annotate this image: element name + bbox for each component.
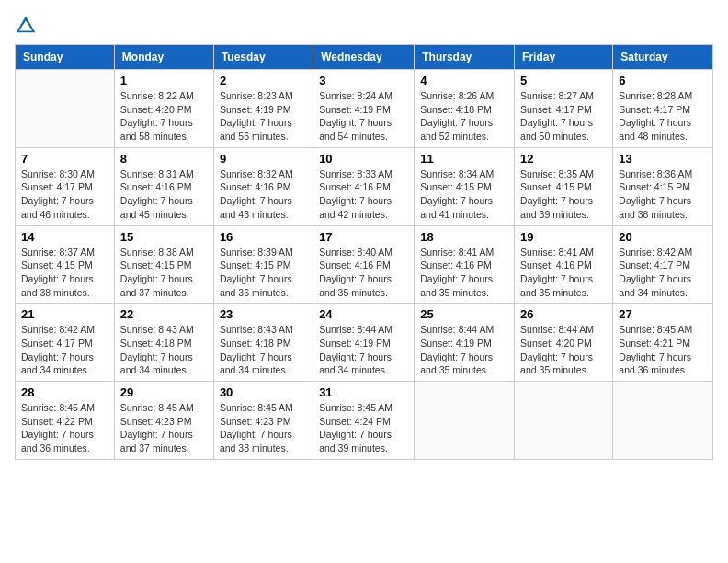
calendar-table: SundayMondayTuesdayWednesdayThursdayFrid… [15,44,713,460]
day-info: Sunrise: 8:45 AM Sunset: 4:21 PM Dayligh… [619,323,707,377]
calendar-cell [415,382,515,460]
calendar-cell: 7Sunrise: 8:30 AM Sunset: 4:17 PM Daylig… [16,147,115,225]
calendar-cell: 29Sunrise: 8:45 AM Sunset: 4:23 PM Dayli… [114,382,213,460]
day-info: Sunrise: 8:35 AM Sunset: 4:15 PM Dayligh… [520,167,607,222]
day-number: 28 [21,385,108,399]
day-number: 16 [220,230,307,244]
day-info: Sunrise: 8:37 AM Sunset: 4:15 PM Dayligh… [21,246,108,300]
day-info: Sunrise: 8:41 AM Sunset: 4:16 PM Dayligh… [520,246,607,300]
calendar-cell: 26Sunrise: 8:44 AM Sunset: 4:20 PM Dayli… [515,304,613,382]
calendar-cell: 27Sunrise: 8:45 AM Sunset: 4:21 PM Dayli… [613,304,713,382]
calendar-cell [613,382,713,460]
day-number: 20 [619,230,707,244]
day-info: Sunrise: 8:22 AM Sunset: 4:20 PM Dayligh… [120,89,208,144]
calendar-cell: 11Sunrise: 8:34 AM Sunset: 4:15 PM Dayli… [415,147,515,225]
calendar-cell: 23Sunrise: 8:43 AM Sunset: 4:18 PM Dayli… [213,304,313,382]
day-number: 12 [520,152,607,166]
day-of-week-header: Friday [515,45,613,70]
logo-icon [15,15,37,37]
day-info: Sunrise: 8:43 AM Sunset: 4:18 PM Dayligh… [120,323,208,377]
day-number: 3 [319,74,408,87]
day-number: 10 [319,152,408,166]
day-info: Sunrise: 8:44 AM Sunset: 4:19 PM Dayligh… [319,323,408,377]
day-info: Sunrise: 8:27 AM Sunset: 4:17 PM Dayligh… [520,89,607,144]
day-info: Sunrise: 8:33 AM Sunset: 4:16 PM Dayligh… [319,167,408,222]
day-number: 11 [420,152,508,166]
day-number: 9 [220,152,307,166]
day-info: Sunrise: 8:31 AM Sunset: 4:16 PM Dayligh… [120,167,208,222]
day-info: Sunrise: 8:23 AM Sunset: 4:19 PM Dayligh… [220,89,307,144]
calendar-cell: 16Sunrise: 8:39 AM Sunset: 4:15 PM Dayli… [213,225,313,304]
calendar-cell [515,382,613,460]
calendar-cell: 22Sunrise: 8:43 AM Sunset: 4:18 PM Dayli… [114,304,213,382]
calendar-cell: 3Sunrise: 8:24 AM Sunset: 4:19 PM Daylig… [313,70,415,148]
calendar-cell: 15Sunrise: 8:38 AM Sunset: 4:15 PM Dayli… [114,225,213,304]
day-number: 30 [220,385,307,399]
day-info: Sunrise: 8:40 AM Sunset: 4:16 PM Dayligh… [319,246,408,300]
day-info: Sunrise: 8:45 AM Sunset: 4:23 PM Dayligh… [120,401,208,455]
day-info: Sunrise: 8:26 AM Sunset: 4:18 PM Dayligh… [420,89,508,144]
day-of-week-header: Monday [114,45,213,70]
day-number: 17 [319,230,408,244]
calendar-cell: 2Sunrise: 8:23 AM Sunset: 4:19 PM Daylig… [213,70,313,148]
day-number: 19 [520,230,607,244]
day-number: 22 [120,307,208,321]
day-number: 31 [319,385,408,399]
day-number: 1 [120,74,208,87]
day-of-week-header: Tuesday [213,45,313,70]
day-info: Sunrise: 8:44 AM Sunset: 4:19 PM Dayligh… [420,323,508,377]
day-info: Sunrise: 8:32 AM Sunset: 4:16 PM Dayligh… [220,167,307,222]
calendar-cell: 8Sunrise: 8:31 AM Sunset: 4:16 PM Daylig… [114,147,213,225]
calendar-cell: 13Sunrise: 8:36 AM Sunset: 4:15 PM Dayli… [613,147,713,225]
day-of-week-header: Saturday [613,45,713,70]
calendar-week-row: 1Sunrise: 8:22 AM Sunset: 4:20 PM Daylig… [16,70,713,148]
calendar-cell: 17Sunrise: 8:40 AM Sunset: 4:16 PM Dayli… [313,225,415,304]
calendar-cell: 20Sunrise: 8:42 AM Sunset: 4:17 PM Dayli… [613,225,713,304]
day-number: 24 [319,307,408,321]
day-info: Sunrise: 8:36 AM Sunset: 4:15 PM Dayligh… [619,167,707,222]
day-info: Sunrise: 8:44 AM Sunset: 4:20 PM Dayligh… [520,323,607,377]
day-info: Sunrise: 8:45 AM Sunset: 4:22 PM Dayligh… [21,401,108,455]
calendar-week-row: 28Sunrise: 8:45 AM Sunset: 4:22 PM Dayli… [16,382,713,460]
day-info: Sunrise: 8:39 AM Sunset: 4:15 PM Dayligh… [220,246,307,300]
calendar-cell: 4Sunrise: 8:26 AM Sunset: 4:18 PM Daylig… [415,70,515,148]
calendar-week-row: 7Sunrise: 8:30 AM Sunset: 4:17 PM Daylig… [16,147,713,225]
day-number: 15 [120,230,208,244]
calendar-cell: 6Sunrise: 8:28 AM Sunset: 4:17 PM Daylig… [613,70,713,148]
day-number: 4 [420,74,508,87]
calendar-week-row: 14Sunrise: 8:37 AM Sunset: 4:15 PM Dayli… [16,225,713,304]
day-number: 2 [220,74,307,87]
calendar-cell [16,70,115,148]
calendar-header-row: SundayMondayTuesdayWednesdayThursdayFrid… [16,45,713,70]
calendar-cell: 14Sunrise: 8:37 AM Sunset: 4:15 PM Dayli… [16,225,115,304]
calendar-cell: 21Sunrise: 8:42 AM Sunset: 4:17 PM Dayli… [16,304,115,382]
day-info: Sunrise: 8:43 AM Sunset: 4:18 PM Dayligh… [220,323,307,377]
page-header [15,15,713,37]
day-number: 23 [220,307,307,321]
day-info: Sunrise: 8:28 AM Sunset: 4:17 PM Dayligh… [619,89,707,144]
calendar-cell: 9Sunrise: 8:32 AM Sunset: 4:16 PM Daylig… [213,147,313,225]
day-info: Sunrise: 8:30 AM Sunset: 4:17 PM Dayligh… [21,167,108,222]
day-of-week-header: Sunday [16,45,115,70]
day-number: 8 [120,152,208,166]
day-info: Sunrise: 8:45 AM Sunset: 4:24 PM Dayligh… [319,401,408,455]
calendar-cell: 24Sunrise: 8:44 AM Sunset: 4:19 PM Dayli… [313,304,415,382]
day-number: 7 [21,152,108,166]
day-number: 14 [21,230,108,244]
calendar-cell: 19Sunrise: 8:41 AM Sunset: 4:16 PM Dayli… [515,225,613,304]
day-number: 29 [120,385,208,399]
logo [15,15,40,37]
calendar-cell: 30Sunrise: 8:45 AM Sunset: 4:23 PM Dayli… [213,382,313,460]
day-number: 21 [21,307,108,321]
day-info: Sunrise: 8:41 AM Sunset: 4:16 PM Dayligh… [420,246,508,300]
day-info: Sunrise: 8:42 AM Sunset: 4:17 PM Dayligh… [21,323,108,377]
day-number: 18 [420,230,508,244]
day-number: 5 [520,74,607,87]
calendar-cell: 18Sunrise: 8:41 AM Sunset: 4:16 PM Dayli… [415,225,515,304]
calendar-cell: 5Sunrise: 8:27 AM Sunset: 4:17 PM Daylig… [515,70,613,148]
day-info: Sunrise: 8:45 AM Sunset: 4:23 PM Dayligh… [220,401,307,455]
day-info: Sunrise: 8:34 AM Sunset: 4:15 PM Dayligh… [420,167,508,222]
calendar-week-row: 21Sunrise: 8:42 AM Sunset: 4:17 PM Dayli… [16,304,713,382]
calendar-cell: 1Sunrise: 8:22 AM Sunset: 4:20 PM Daylig… [114,70,213,148]
calendar-cell: 31Sunrise: 8:45 AM Sunset: 4:24 PM Dayli… [313,382,415,460]
